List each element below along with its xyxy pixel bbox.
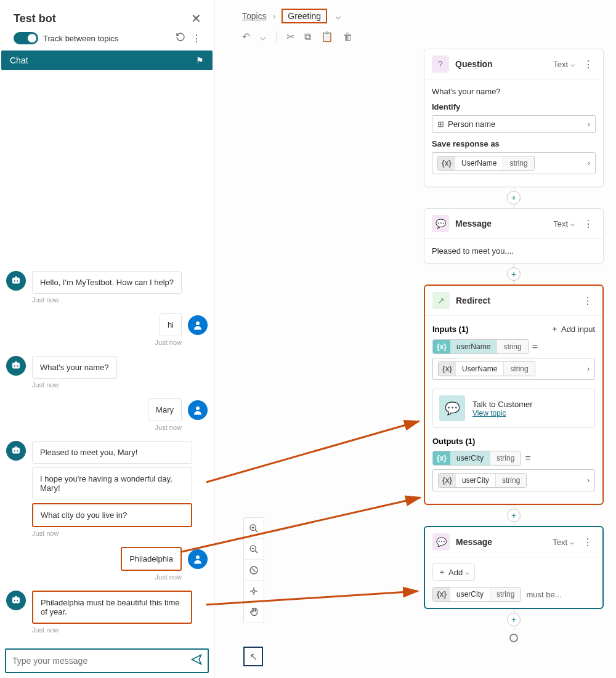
bot-avatar-icon xyxy=(6,356,26,376)
variable-icon: {x} xyxy=(433,587,450,601)
user-avatar-icon xyxy=(188,400,208,420)
variable-icon: {x} xyxy=(433,451,450,465)
chevron-right-icon: › xyxy=(587,365,590,373)
bot-message: I hope you're having a wonderful day, Ma… xyxy=(32,467,192,499)
user-message: hi xyxy=(160,313,182,336)
node-type-dropdown[interactable]: Text ⌵ xyxy=(553,538,574,547)
pan-icon[interactable] xyxy=(244,602,264,623)
test-bot-panel: Test bot ✕ Track between topics ⋮ Chat ⚑… xyxy=(0,0,214,678)
user-avatar-icon xyxy=(188,315,208,335)
track-toggle-row: Track between topics ⋮ xyxy=(0,32,214,49)
variable-icon: {x} xyxy=(439,474,456,487)
redirect-target[interactable]: 💬 Talk to Customer View topic xyxy=(432,389,595,428)
selection-tool-icon[interactable]: ↖ xyxy=(243,647,263,666)
refresh-icon[interactable] xyxy=(176,32,185,44)
node-list: ? Question Text ⌵ ⋮ What's your name? Id… xyxy=(214,49,616,642)
save-response-label: Save response as xyxy=(432,139,596,148)
input-binding-field[interactable]: {x}UserNamestring › xyxy=(432,358,595,380)
track-toggle-label: Track between topics xyxy=(43,34,118,43)
add-input-button[interactable]: ＋ Add input xyxy=(551,323,595,334)
breadcrumb-current-highlighted: Greeting xyxy=(282,9,327,23)
zoom-in-icon[interactable] xyxy=(244,518,264,539)
add-node-button[interactable]: + xyxy=(507,509,521,522)
output-binding-field[interactable]: {x}userCitystring › xyxy=(432,469,595,491)
bot-message: Hello, I'm MyTestbot. How can I help? xyxy=(32,271,182,294)
redirect-node-highlighted[interactable]: ↗ Redirect ⋮ Inputs (1) ＋ Add input {x}u… xyxy=(424,285,604,505)
message-node-selected[interactable]: 💬 Message Text ⌵ ⋮ ＋ Add ⌵ {x}userCityst… xyxy=(424,526,604,609)
chat-tab-label: Chat xyxy=(10,55,28,65)
more-vertical-icon[interactable]: ⋮ xyxy=(192,33,201,44)
svg-point-0 xyxy=(196,321,200,325)
more-vertical-icon[interactable]: ⋮ xyxy=(580,295,595,307)
send-icon[interactable] xyxy=(190,653,203,668)
bot-message-highlighted: Philadelphia must be beautiful this time… xyxy=(32,591,192,624)
message-content[interactable]: {x}userCitystring must be... xyxy=(432,587,595,602)
more-vertical-icon[interactable]: ⋮ xyxy=(581,218,596,230)
test-bot-header: Test bot ✕ xyxy=(0,0,214,32)
identify-field[interactable]: ⊞Person name › xyxy=(432,115,596,133)
chevron-right-icon: › xyxy=(273,11,276,21)
zoom-reset-icon[interactable] xyxy=(244,560,264,581)
add-node-button[interactable]: + xyxy=(507,191,521,204)
chevron-down-icon[interactable]: ⌵ xyxy=(336,11,341,21)
add-node-button[interactable]: + xyxy=(507,613,521,626)
message-icon: 💬 xyxy=(432,215,449,232)
question-prompt[interactable]: What's your name? xyxy=(432,87,596,96)
message-icon: 💬 xyxy=(432,533,450,551)
authoring-canvas: Topics › Greeting ⌵ ↶ ⌵ ✂ ⧉ 📋 🗑 ? Questi… xyxy=(214,0,616,678)
timestamp: Just now xyxy=(32,626,208,634)
question-icon: ? xyxy=(432,55,449,73)
user-message-highlighted: Philadelphia xyxy=(121,547,182,571)
canvas-toolbar: ↶ ⌵ ✂ ⧉ 📋 🗑 xyxy=(214,30,616,49)
node-type-dropdown[interactable]: Text ⌵ xyxy=(553,60,575,69)
chat-tab[interactable]: Chat ⚑ xyxy=(1,50,213,70)
redirect-target-title: Talk to Customer xyxy=(472,400,533,409)
bot-message: Pleased to meet you, Mary! xyxy=(32,441,192,464)
user-message: Mary xyxy=(148,398,182,421)
message-suffix: must be... xyxy=(526,590,561,599)
view-topic-link[interactable]: View topic xyxy=(472,409,533,418)
chat-area: Hello, I'm MyTestbot. How can I help? Ju… xyxy=(0,70,214,644)
chevron-right-icon: › xyxy=(588,120,590,129)
node-title: Message xyxy=(455,219,547,228)
variable-icon: {x} xyxy=(433,340,450,353)
close-icon[interactable]: ✕ xyxy=(191,11,201,26)
redirect-icon: ↗ xyxy=(432,292,450,309)
chat-input[interactable] xyxy=(5,648,209,673)
fit-icon[interactable] xyxy=(244,581,264,602)
add-node-button[interactable]: + xyxy=(507,267,521,281)
svg-point-2 xyxy=(196,555,200,559)
save-response-field[interactable]: {x}UserNamestring › xyxy=(432,152,596,174)
breadcrumb-topics[interactable]: Topics xyxy=(242,11,267,21)
timestamp: Just now xyxy=(6,424,182,431)
chevron-right-icon: › xyxy=(588,159,590,167)
zoom-toolbar xyxy=(243,517,264,623)
variable-icon: {x} xyxy=(439,362,456,376)
svg-line-4 xyxy=(255,530,257,532)
breadcrumb-current: Greeting xyxy=(288,11,321,21)
outputs-label: Outputs (1) xyxy=(432,437,475,446)
bot-message: What's your name? xyxy=(32,356,117,379)
more-vertical-icon[interactable]: ⋮ xyxy=(581,59,596,70)
question-node[interactable]: ? Question Text ⌵ ⋮ What's your name? Id… xyxy=(424,49,604,187)
zoom-out-icon[interactable] xyxy=(244,539,264,560)
undo-dropdown-icon[interactable]: ⌵ xyxy=(260,31,266,42)
end-node-icon xyxy=(509,634,518,642)
copy-icon[interactable]: ⧉ xyxy=(304,31,311,42)
cut-icon[interactable]: ✂ xyxy=(286,31,294,42)
undo-icon[interactable]: ↶ xyxy=(242,31,250,42)
svg-point-12 xyxy=(253,590,255,592)
track-toggle[interactable] xyxy=(14,32,38,44)
node-type-dropdown[interactable]: Text ⌵ xyxy=(553,219,575,228)
delete-icon[interactable]: 🗑 xyxy=(343,31,353,42)
topic-icon: 💬 xyxy=(439,395,465,421)
more-vertical-icon[interactable]: ⋮ xyxy=(580,536,595,548)
message-node[interactable]: 💬 Message Text ⌵ ⋮ Pleased to meet you,.… xyxy=(424,208,604,264)
timestamp: Just now xyxy=(6,339,182,346)
timestamp: Just now xyxy=(32,530,208,537)
add-variation-button[interactable]: ＋ Add ⌵ xyxy=(432,563,475,581)
bot-avatar-icon xyxy=(6,271,26,291)
paste-icon[interactable]: 📋 xyxy=(321,31,333,42)
message-text[interactable]: Pleased to meet you,... xyxy=(432,246,596,256)
flag-icon[interactable]: ⚑ xyxy=(196,55,204,65)
